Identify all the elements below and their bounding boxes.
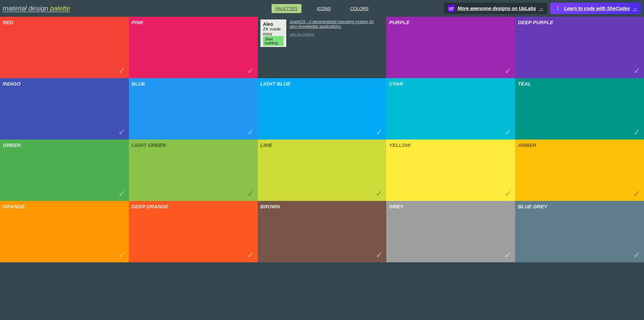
tile-label: AMBER: [518, 142, 536, 148]
check-icon: ✓: [504, 189, 512, 199]
color-tile-cyan[interactable]: CYAN✓: [386, 78, 515, 140]
check-icon: ✓: [118, 127, 126, 138]
tile-label: TEAL: [518, 81, 531, 87]
site-logo[interactable]: material design palette: [3, 5, 70, 12]
tile-label: PURPLE: [389, 19, 409, 25]
color-tile-light-blue[interactable]: LIGHT BLUE✓: [258, 78, 387, 140]
color-tile-deep-orange[interactable]: DEEP ORANGE✓: [129, 201, 258, 262]
tile-label: PINK: [132, 19, 144, 25]
shecodes-button[interactable]: Learn to code with SheCodes →: [550, 3, 641, 14]
tile-label: ORANGE: [3, 204, 25, 209]
tile-label: LIME: [260, 142, 273, 148]
top-bar: material design palette PALETTES ICONS C…: [0, 0, 644, 17]
check-icon: ✓: [504, 66, 512, 76]
tile-label: GREY: [389, 204, 403, 209]
ad-via[interactable]: ads via Carbon: [290, 32, 384, 36]
tile-label: RED: [3, 19, 13, 25]
shecodes-text: Learn to code with SheCodes: [564, 6, 630, 11]
check-icon: ✓: [247, 250, 254, 260]
color-tile-indigo[interactable]: INDIGO✓: [0, 78, 129, 140]
color-tile-brown[interactable]: BROWN✓: [258, 201, 387, 262]
check-icon: ✓: [376, 189, 383, 199]
tile-label: DEEP PURPLE: [518, 19, 553, 25]
check-icon: ✓: [247, 66, 254, 76]
color-tile-purple[interactable]: PURPLE✓: [386, 17, 515, 78]
logo-text-1: material design: [3, 5, 48, 12]
color-tile-teal[interactable]: TEAL✓: [515, 78, 644, 140]
nav-icons[interactable]: ICONS: [313, 4, 335, 13]
tile-label: DEEP ORANGE: [132, 204, 168, 209]
shecodes-icon: [554, 5, 561, 12]
uplabs-text: More awesome designs on UpLabs: [458, 6, 536, 11]
tile-label: BROWN: [260, 204, 280, 209]
check-icon: ✓: [504, 250, 512, 260]
check-icon: ✓: [633, 250, 641, 260]
tile-label: BLUE: [132, 81, 145, 87]
check-icon: ✓: [504, 127, 512, 138]
logo-text-2: palette: [50, 5, 70, 12]
check-icon: ✓: [118, 189, 126, 199]
check-icon: ✓: [633, 127, 641, 138]
color-tile-orange[interactable]: ORANGE✓: [0, 201, 129, 262]
ad-cta: Start building: [263, 36, 284, 46]
color-tile-red[interactable]: RED✓: [0, 17, 129, 78]
nav-palettes[interactable]: PALETTES: [271, 4, 302, 13]
color-grid: RED✓PINK✓AleoZK made easyStart buildings…: [0, 17, 644, 262]
tile-label: LIGHT BLUE: [260, 81, 291, 87]
check-icon: ✓: [247, 127, 254, 138]
tile-label: INDIGO: [3, 81, 20, 87]
check-icon: ✓: [376, 127, 383, 138]
color-tile-yellow[interactable]: YELLOW✓: [386, 140, 515, 201]
ad-text: snarkOS - A decentralized operating syst…: [290, 19, 384, 36]
color-tile-pink[interactable]: PINK✓: [129, 17, 258, 78]
ad-brand: Aleo: [263, 21, 284, 27]
uplabs-icon: UP: [448, 5, 455, 12]
tile-label: YELLOW: [389, 142, 410, 148]
color-tile-light-green[interactable]: LIGHT GREEN✓: [129, 140, 258, 201]
promo-buttons: UP More awesome designs on UpLabs → Lear…: [444, 3, 641, 14]
tile-label: GREEN: [3, 142, 20, 148]
check-icon: ✓: [247, 189, 254, 199]
nav-colors[interactable]: COLORS: [346, 4, 373, 13]
check-icon: ✓: [118, 66, 126, 76]
ad-copy[interactable]: snarkOS - A decentralized operating syst…: [290, 19, 374, 29]
tile-label: BLUE GREY: [518, 204, 547, 209]
arrow-right-icon: →: [539, 6, 543, 11]
arrow-right-icon: →: [633, 6, 637, 11]
check-icon: ✓: [376, 250, 383, 260]
check-icon: ✓: [118, 250, 126, 260]
tile-label: LIGHT GREEN: [132, 142, 166, 148]
color-tile-blue[interactable]: BLUE✓: [129, 78, 258, 140]
uplabs-button[interactable]: UP More awesome designs on UpLabs →: [444, 3, 547, 14]
color-tile-grey[interactable]: GREY✓: [386, 201, 515, 262]
color-tile-green[interactable]: GREEN✓: [0, 140, 129, 201]
color-tile-amber[interactable]: AMBER✓: [515, 140, 644, 201]
color-tile-blue-grey[interactable]: BLUE GREY✓: [515, 201, 644, 262]
color-tile-deep-purple[interactable]: DEEP PURPLE✓: [515, 17, 644, 78]
main-nav: PALETTES ICONS COLORS: [271, 4, 373, 13]
color-tile-lime[interactable]: LIME✓: [258, 140, 387, 201]
ad-tile[interactable]: AleoZK made easyStart buildingsnarkOS - …: [258, 17, 387, 78]
check-icon: ✓: [633, 66, 641, 76]
ad-tagline: ZK made easy: [263, 27, 284, 36]
check-icon: ✓: [633, 189, 641, 199]
ad-image: AleoZK made easyStart building: [260, 19, 287, 47]
tile-label: CYAN: [389, 81, 403, 87]
